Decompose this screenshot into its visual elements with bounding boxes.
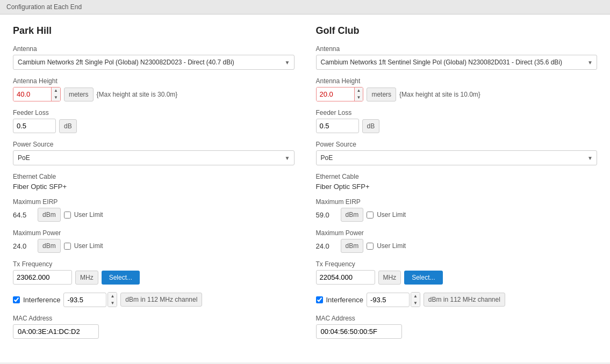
left-mac-input[interactable]	[13, 324, 99, 339]
left-interference-checkbox[interactable]	[13, 296, 20, 303]
right-max-power-group: Maximum Power 24.0 dBm User Limit	[316, 229, 598, 253]
right-interference-up-btn[interactable]: ▲	[411, 293, 420, 300]
left-interference-unit: dBm in 112 MHz channel	[120, 293, 202, 307]
left-max-eirp-user-limit: User Limit	[74, 211, 103, 219]
right-tx-freq-input[interactable]	[316, 270, 375, 285]
right-feeder-loss-row: dB	[316, 119, 598, 133]
left-max-power-row: 24.0 dBm User Limit	[13, 239, 295, 253]
right-interference-row: Interference ▲ ▼ dBm in 112 MHz channel	[316, 292, 598, 307]
right-antenna-height-group: Antenna Height ▲ ▼ meters {Max height at…	[316, 77, 598, 101]
right-antenna-height-up-btn[interactable]: ▲	[355, 88, 363, 94]
left-max-power-checkbox[interactable]	[64, 243, 71, 250]
left-max-eirp-unit: dBm	[38, 208, 61, 222]
left-max-power-label: Maximum Power	[13, 229, 295, 237]
right-tx-freq-select-button[interactable]: Select...	[404, 271, 442, 285]
left-tx-freq-unit: MHz	[75, 271, 98, 285]
right-antenna-height-label: Antenna Height	[316, 77, 598, 85]
right-interference-spinner[interactable]: ▲ ▼	[411, 292, 420, 307]
left-antenna-height-group: Antenna Height ▲ ▼ meters {Max height at…	[13, 77, 295, 101]
left-feeder-loss-label: Feeder Loss	[13, 109, 295, 117]
left-feeder-loss-group: Feeder Loss dB	[13, 109, 295, 133]
left-antenna-height-spinner[interactable]: ▲ ▼	[13, 87, 61, 101]
left-interference-input[interactable]	[63, 293, 106, 307]
left-max-eirp-label: Maximum EIRP	[13, 198, 295, 206]
right-antenna-select[interactable]: Cambium Networks 1ft Sentinel Single Pol…	[316, 55, 598, 70]
left-antenna-height-unit: meters	[64, 88, 94, 101]
right-interference-label: Interference	[326, 296, 363, 304]
left-antenna-height-input[interactable]	[13, 88, 51, 101]
right-power-source-label: Power Source	[316, 141, 598, 148]
right-mac-label: MAC Address	[316, 315, 598, 322]
left-max-eirp-checkbox[interactable]	[64, 212, 71, 219]
left-tx-freq-group: Tx Frequency MHz Select...	[13, 260, 295, 285]
left-ethernet-value: Fiber Optic SFP+	[13, 183, 295, 191]
left-interference-down-btn[interactable]: ▼	[108, 300, 117, 307]
right-interference-down-btn[interactable]: ▼	[411, 300, 420, 307]
left-antenna-height-up-btn[interactable]: ▲	[52, 88, 60, 94]
right-max-power-label: Maximum Power	[316, 229, 598, 237]
right-antenna-group: Antenna Cambium Networks 1ft Sentinel Si…	[316, 45, 598, 70]
right-max-eirp-unit: dBm	[341, 208, 364, 222]
right-antenna-select-wrapper[interactable]: Cambium Networks 1ft Sentinel Single Pol…	[316, 55, 598, 70]
right-tx-freq-row: MHz Select...	[316, 270, 598, 285]
left-max-eirp-value: 64.5	[13, 211, 34, 219]
right-mac-group: MAC Address	[316, 315, 598, 339]
left-max-eirp-row: 64.5 dBm User Limit	[13, 208, 295, 222]
right-title: Golf Club	[316, 25, 598, 37]
right-ethernet-group: Ethernet Cable Fiber Optic SFP+	[316, 173, 598, 191]
right-max-eirp-row: 59.0 dBm User Limit	[316, 208, 598, 222]
left-power-source-select[interactable]: PoE	[13, 150, 295, 165]
right-max-power-user-limit: User Limit	[377, 242, 406, 250]
right-mac-input[interactable]	[316, 324, 402, 339]
left-antenna-height-hint: {Max height at site is 30.0m}	[97, 91, 178, 98]
right-power-source-select[interactable]: PoE	[316, 150, 598, 165]
right-max-eirp-value: 59.0	[316, 211, 338, 219]
right-max-eirp-checkbox[interactable]	[367, 212, 374, 219]
right-feeder-loss-label: Feeder Loss	[316, 109, 598, 117]
right-max-power-row: 24.0 dBm User Limit	[316, 239, 598, 253]
right-tx-freq-group: Tx Frequency MHz Select...	[316, 260, 598, 285]
right-interference-unit: dBm in 112 MHz channel	[424, 293, 505, 307]
right-feeder-loss-input[interactable]	[316, 119, 359, 133]
right-max-eirp-label: Maximum EIRP	[316, 198, 598, 206]
right-feeder-loss-group: Feeder Loss dB	[316, 109, 598, 133]
left-max-power-user-limit: User Limit	[74, 242, 103, 250]
left-tx-freq-select-button[interactable]: Select...	[102, 271, 140, 285]
left-antenna-group: Antenna Cambium Networks 2ft Single Pol …	[13, 45, 295, 70]
right-antenna-height-input[interactable]	[317, 88, 354, 101]
right-antenna-height-unit: meters	[367, 88, 396, 101]
right-power-source-select-wrapper[interactable]: PoE ▼	[316, 150, 598, 165]
left-interference-up-btn[interactable]: ▲	[108, 293, 117, 300]
right-max-power-checkbox[interactable]	[367, 243, 374, 250]
left-feeder-loss-input[interactable]	[13, 119, 56, 133]
left-power-source-group: Power Source PoE ▼	[13, 141, 295, 165]
left-interference-spinner[interactable]: ▲ ▼	[107, 292, 117, 307]
right-max-eirp-group: Maximum EIRP 59.0 dBm User Limit	[316, 198, 598, 222]
left-tx-freq-input[interactable]	[13, 270, 72, 285]
left-feeder-loss-unit: dB	[59, 119, 77, 133]
left-antenna-height-row: ▲ ▼ meters {Max height at site is 30.0m}	[13, 87, 295, 101]
left-ethernet-label: Ethernet Cable	[13, 173, 295, 180]
right-tx-freq-unit: MHz	[378, 271, 401, 285]
right-antenna-height-down-btn[interactable]: ▼	[355, 94, 363, 101]
right-antenna-label: Antenna	[316, 45, 598, 53]
left-antenna-select-wrapper[interactable]: Cambium Networks 2ft Single Pol (Global)…	[13, 55, 295, 70]
right-feeder-loss-unit: dB	[362, 119, 380, 133]
left-antenna-height-down-btn[interactable]: ▼	[52, 94, 60, 101]
left-max-power-unit: dBm	[38, 239, 61, 253]
left-power-source-select-wrapper[interactable]: PoE ▼	[13, 150, 295, 165]
right-tx-freq-label: Tx Frequency	[316, 260, 598, 268]
right-interference-checkbox[interactable]	[316, 296, 323, 303]
left-tx-freq-row: MHz Select...	[13, 270, 295, 285]
left-title: Park Hill	[13, 25, 295, 37]
right-antenna-height-spin-btns: ▲ ▼	[354, 88, 363, 101]
left-antenna-label: Antenna	[13, 45, 295, 53]
right-antenna-height-row: ▲ ▼ meters {Max height at site is 10.0m}	[316, 87, 598, 101]
right-interference-input[interactable]	[367, 293, 410, 307]
left-interference-row: Interference ▲ ▼ dBm in 112 MHz channel	[13, 292, 295, 307]
left-max-power-group: Maximum Power 24.0 dBm User Limit	[13, 229, 295, 253]
left-antenna-select[interactable]: Cambium Networks 2ft Single Pol (Global)…	[13, 55, 295, 70]
right-antenna-height-spinner[interactable]: ▲ ▼	[316, 87, 364, 101]
left-antenna-height-spin-btns: ▲ ▼	[51, 88, 60, 101]
left-feeder-loss-row: dB	[13, 119, 295, 133]
